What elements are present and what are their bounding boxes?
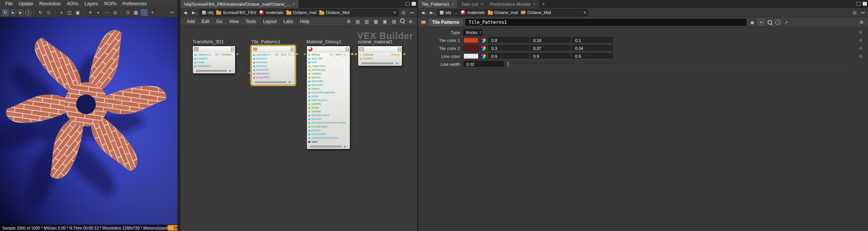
input-connector-dot[interactable]	[253, 65, 255, 67]
node-param[interactable]: displacement	[307, 113, 350, 117]
input-connector-dot[interactable]	[308, 92, 310, 94]
node-param[interactable]: roundEdges	[307, 125, 350, 129]
node-flag[interactable]	[231, 47, 232, 51]
palette-icon[interactable]: ▣	[382, 18, 388, 25]
network-crumb-screwsfbx-fbx[interactable]: ScrewsFBX_FBX	[216, 10, 256, 15]
scissors-icon[interactable]: ✂	[169, 9, 175, 16]
tab-take-list[interactable]: Take List×	[458, 0, 487, 8]
network-menu-view[interactable]: View	[226, 18, 242, 25]
output-connector-dot[interactable]	[236, 53, 239, 55]
follow-selection-icon[interactable]: ↦	[859, 9, 866, 16]
node-param[interactable]: rotationOr...NT_TRANS...	[193, 53, 235, 57]
parameter-crumb-[interactable]: ...	[454, 10, 458, 15]
node-param[interactable]: texture1	[252, 57, 295, 60]
parameter-crumb-octane-mat[interactable]: Octane_Mat	[521, 10, 551, 15]
value-field[interactable]: 0.1	[572, 37, 613, 43]
render-menu-layers[interactable]: Layers	[82, 0, 101, 7]
forward-icon[interactable]: ▶▾	[191, 10, 198, 16]
parm-socket-icon[interactable]	[859, 47, 862, 50]
network-menu-tools[interactable]: Tools	[242, 18, 260, 25]
search-icon[interactable]	[767, 20, 773, 25]
network-crumb-materials[interactable]: materials	[259, 10, 283, 15]
node-param[interactable]: bump	[307, 106, 350, 110]
render-pause-icon[interactable]: ‖	[25, 9, 31, 16]
node-param[interactable]: filmindex	[307, 83, 350, 87]
node-param[interactable]: scale	[193, 60, 235, 64]
node-name-input[interactable]	[465, 19, 746, 26]
input-connector-dot[interactable]	[308, 58, 310, 60]
value-field[interactable]: 0.8	[488, 37, 529, 43]
value-field[interactable]: 0.3	[488, 45, 529, 51]
node-display-flag[interactable]	[229, 70, 231, 72]
parm-socket-icon[interactable]	[859, 31, 862, 34]
network-menu-add[interactable]: Add	[183, 18, 198, 25]
chevron-down-icon[interactable]: ▾	[393, 11, 396, 14]
input-connector-dot[interactable]	[308, 118, 310, 120]
node-param[interactable]: opacity	[307, 102, 350, 106]
line-width-field[interactable]: 0.02	[463, 61, 504, 67]
input-connector-dot[interactable]	[308, 103, 310, 105]
network-menu-help[interactable]: Help	[297, 18, 313, 25]
contrast-icon[interactable]: ◑	[58, 9, 65, 16]
node-param[interactable]: smooth	[307, 117, 350, 121]
close-icon[interactable]: ×	[293, 2, 295, 6]
node-display-flag[interactable]	[344, 146, 346, 147]
pane-split-icon[interactable]	[856, 2, 860, 6]
parm-socket-icon[interactable]	[859, 54, 862, 58]
parameter-crumb-obj[interactable]: obj	[440, 10, 451, 15]
timer-icon[interactable]: ◷	[124, 9, 131, 16]
node-param[interactable]: filmwidth	[307, 79, 350, 83]
node-display-flag[interactable]	[396, 62, 398, 64]
ipr-restart-icon[interactable]: ↻	[2, 9, 9, 16]
input-connector-dot[interactable]	[308, 84, 310, 86]
node-param[interactable]: texture2	[252, 60, 295, 64]
back-icon[interactable]: ◀▾	[420, 10, 427, 16]
node-flag[interactable]	[348, 47, 349, 51]
follow-selection-icon[interactable]: ↦	[408, 9, 415, 16]
tab-performance-monitor[interactable]: Performance Monitor×	[487, 0, 539, 8]
network-menu-layout[interactable]: Layout	[260, 18, 280, 25]
input-connector-dot[interactable]	[308, 62, 310, 64]
node-param[interactable]: index	[307, 95, 350, 98]
node-bypass-flag[interactable]	[399, 62, 400, 64]
gear-icon[interactable]: ⚙	[858, 19, 865, 26]
input-connector-dot[interactable]	[253, 73, 255, 75]
spinner-icon[interactable]: ▴▾	[480, 31, 481, 34]
refresh-icon[interactable]: ↻	[37, 9, 44, 16]
node-param[interactable]: specular	[307, 57, 350, 60]
node-param[interactable]: priority	[307, 129, 350, 132]
node-flag[interactable]	[346, 47, 347, 51]
new-tab-button[interactable]: +	[539, 0, 548, 8]
search-icon[interactable]	[400, 18, 405, 23]
node-material-glossy1[interactable]: Material_Glossy1diffuseNT_MAT_G...specul…	[306, 39, 350, 149]
input-connector-dot[interactable]	[194, 62, 196, 64]
close-icon[interactable]: ×	[481, 2, 483, 6]
value-field[interactable]: 0.9	[530, 53, 571, 59]
input-connector-dot[interactable]	[308, 73, 310, 75]
node-param[interactable]: diffuseNT_MAT_G...	[307, 53, 350, 57]
render-menu-preferences[interactable]: Preferences	[119, 0, 150, 7]
node-param[interactable]: operationT...NT_TEX_TI...	[252, 53, 295, 57]
zoom-in-icon[interactable]: ⊕	[407, 18, 414, 25]
pane-splitter-left[interactable]	[177, 0, 180, 231]
node-param[interactable]: roughness	[307, 64, 350, 68]
output-connector-dot[interactable]	[296, 53, 298, 55]
render-menu-resolution[interactable]: Resolution	[36, 0, 64, 7]
node-flag[interactable]	[233, 47, 234, 51]
external-link-icon[interactable]: ↗	[783, 19, 790, 25]
node-bypass-flag[interactable]	[232, 70, 234, 72]
network-tab[interactable]: /obj/ScrewsFBX_FBX/materials/Octane_mat/…	[180, 0, 299, 8]
input-connector-dot[interactable]	[308, 69, 310, 71]
input-connector-dot[interactable]	[308, 111, 310, 113]
value-field[interactable]: 0.9	[488, 53, 529, 59]
input-connector-dot[interactable]	[308, 133, 310, 135]
input-connector-dot[interactable]	[308, 130, 310, 132]
input-connector-dot[interactable]	[360, 58, 362, 60]
input-connector-dot[interactable]	[253, 54, 255, 56]
input-connector-dot[interactable]	[194, 54, 196, 56]
node-flag[interactable]	[292, 47, 294, 51]
network-crumb-obj[interactable]: obj	[202, 10, 213, 15]
input-connector-dot[interactable]	[360, 54, 362, 56]
node-flag[interactable]	[400, 47, 401, 51]
node-transform-3d1[interactable]: Transform_3D1rotationOr...NT_TRANS...rot…	[192, 39, 235, 74]
